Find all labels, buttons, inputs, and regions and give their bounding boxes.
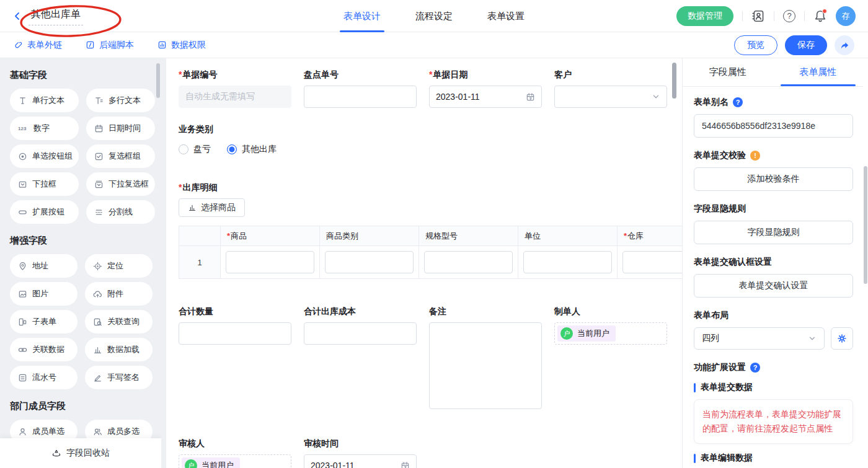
cell-product (221, 246, 320, 278)
data-manage-button[interactable]: 数据管理 (676, 6, 733, 26)
tab-field-properties[interactable]: 字段属性 (683, 58, 773, 86)
palette-item-attachment[interactable]: 附件 (85, 282, 153, 306)
radio-option-other-outbound[interactable]: 其他出库 (227, 144, 277, 155)
data-permission-link[interactable]: 数据权限 (157, 40, 206, 51)
tab-form-properties[interactable]: 表单属性 (773, 58, 864, 86)
field-label: 盘点单号 (304, 69, 417, 81)
layout-settings-button[interactable] (831, 327, 853, 350)
field-biz-type[interactable]: 业务类别 盘亏 其他出库 (179, 124, 668, 155)
customer-select[interactable] (554, 86, 667, 108)
spec-input[interactable] (424, 251, 513, 273)
palette-item-linked-query[interactable]: 关联查询 (85, 310, 153, 333)
total-cost-input[interactable] (304, 322, 417, 345)
submit-confirm-button[interactable]: 表单提交确认设置 (694, 274, 853, 298)
palette-item-multi-dropdown[interactable]: 下拉复选框 (86, 172, 155, 196)
palette-item-serial-number[interactable]: 流水号 (10, 366, 78, 389)
choose-product-button[interactable]: 选择商品 (179, 198, 245, 217)
palette-item-subform[interactable]: 子表单 (10, 310, 78, 333)
divider (774, 11, 774, 21)
header-index-cell (179, 226, 221, 245)
add-validation-button[interactable]: 添加校验条件 (694, 167, 853, 191)
alias-label: 表单别名 (694, 97, 728, 108)
share-button[interactable] (835, 35, 854, 55)
field-label: *出库明细 (179, 182, 668, 193)
notification-bell-icon[interactable] (813, 9, 827, 23)
page-title[interactable]: 其他出库单 (29, 7, 83, 25)
creator-value-box[interactable]: 户 当前用户 (554, 322, 667, 345)
check-no-input[interactable] (304, 86, 417, 108)
layout-select[interactable]: 四列 (694, 327, 825, 350)
sidebar-scrollbar[interactable] (156, 63, 160, 98)
palette-item-signature[interactable]: 手写签名 (85, 366, 153, 389)
header-cell-category: 商品类别 (320, 226, 419, 245)
total-qty-input[interactable] (179, 322, 291, 345)
help-icon[interactable]: ? (783, 10, 795, 22)
single-line-text-icon (18, 96, 27, 105)
backend-script-link[interactable]: 后端脚本 (86, 40, 134, 51)
field-palette-sidebar: 基础字段 单行文本 多行文本 123 数字 日期时间 (0, 58, 161, 468)
main-tabs: 表单设计 流程设定 表单设置 (343, 0, 525, 32)
palette-item-number[interactable]: 123 数字 (10, 117, 79, 140)
palette-item-extend-button[interactable]: 扩展按钮 (10, 200, 79, 224)
field-audit-time[interactable]: 审核时间 2023-01-11 (304, 438, 417, 468)
palette-item-multi-line-text[interactable]: 多行文本 (86, 89, 155, 112)
audit-time-input[interactable]: 2023-01-11 (304, 454, 417, 468)
field-check-no[interactable]: 盘点单号 (304, 69, 417, 108)
preview-button[interactable]: 预览 (734, 35, 777, 55)
unit-input[interactable] (523, 251, 612, 273)
palette-item-single-line-text[interactable]: 单行文本 (10, 89, 79, 112)
field-doc-no[interactable]: *单据编号 自动生成无需填写 (179, 69, 291, 108)
back-icon[interactable] (12, 11, 22, 21)
palette-item-location[interactable]: 定位 (85, 254, 153, 278)
doc-date-input[interactable]: 2023-01-11 (429, 86, 542, 108)
calendar-icon (94, 124, 104, 133)
section-title-member-fields: 部门成员字段 (10, 400, 153, 412)
link-label: 后端脚本 (99, 40, 134, 51)
field-remark[interactable]: 备注 (429, 306, 542, 411)
help-question-icon[interactable]: ? (733, 97, 743, 107)
required-asterisk: * (179, 182, 182, 192)
palette-item-data-load[interactable]: 数据加载 (85, 338, 153, 361)
field-auditor[interactable]: 审核人 户 当前用户 (179, 438, 291, 468)
canvas-scrollbar[interactable] (672, 63, 676, 99)
tab-flow-setting[interactable]: 流程设定 (415, 0, 453, 32)
visibility-rules-button[interactable]: 字段显隐规则 (694, 221, 853, 244)
field-total-cost[interactable]: 合计出库成本 (304, 306, 417, 345)
category-input[interactable] (325, 251, 414, 273)
contacts-icon[interactable] (751, 9, 765, 23)
palette-item-linked-data[interactable]: 关联数据 (10, 338, 78, 361)
section-bar (694, 383, 696, 392)
field-creator[interactable]: 制单人 户 当前用户 (554, 306, 667, 345)
submit-confirm-section: 表单提交确认框设置 表单提交确认设置 (694, 257, 853, 298)
save-button[interactable]: 保存 (785, 35, 827, 55)
radio-option-pankui[interactable]: 盘亏 (179, 144, 211, 155)
calendar-icon (526, 92, 535, 102)
calendar-icon (401, 461, 410, 468)
field-outbound-detail[interactable]: *出库明细 选择商品 *商品 商品类别 规格型号 单位 *仓库 1 (179, 182, 668, 279)
tab-form-design[interactable]: 表单设计 (343, 0, 381, 32)
multi-line-text-icon (94, 96, 104, 105)
help-question-icon[interactable]: ? (750, 363, 760, 373)
auditor-value-box[interactable]: 户 当前用户 (179, 454, 291, 468)
page-scrollbar-thumb[interactable] (864, 166, 867, 284)
form-row-totals: 合计数量 合计出库成本 备注 制单人 户 当前用户 (179, 306, 668, 411)
form-external-link[interactable]: 表单外链 (14, 40, 62, 51)
remark-textarea[interactable] (429, 322, 542, 409)
field-total-qty[interactable]: 合计数量 (179, 306, 291, 345)
palette-item-address[interactable]: 地址 (10, 254, 78, 278)
field-doc-date[interactable]: *单据日期 2023-01-11 (429, 69, 542, 108)
user-icon (18, 427, 27, 436)
palette-item-image[interactable]: 图片 (10, 282, 78, 306)
palette-item-dropdown[interactable]: 下拉框 (10, 172, 79, 196)
tab-form-setting[interactable]: 表单设置 (487, 0, 525, 32)
user-avatar[interactable]: 存 (836, 6, 856, 26)
warehouse-input[interactable] (622, 251, 682, 273)
product-input[interactable] (226, 251, 314, 273)
palette-item-datetime[interactable]: 日期时间 (86, 117, 155, 140)
field-recycle-bin[interactable]: 字段回收站 (0, 438, 161, 468)
palette-item-divider-line[interactable]: 分割线 (86, 200, 155, 224)
field-customer[interactable]: 客户 (554, 69, 667, 108)
form-alias-input[interactable] (694, 114, 853, 138)
palette-item-checkbox-group[interactable]: 复选框组 (86, 144, 155, 168)
palette-item-radio-group[interactable]: 单选按钮组 (10, 144, 79, 168)
